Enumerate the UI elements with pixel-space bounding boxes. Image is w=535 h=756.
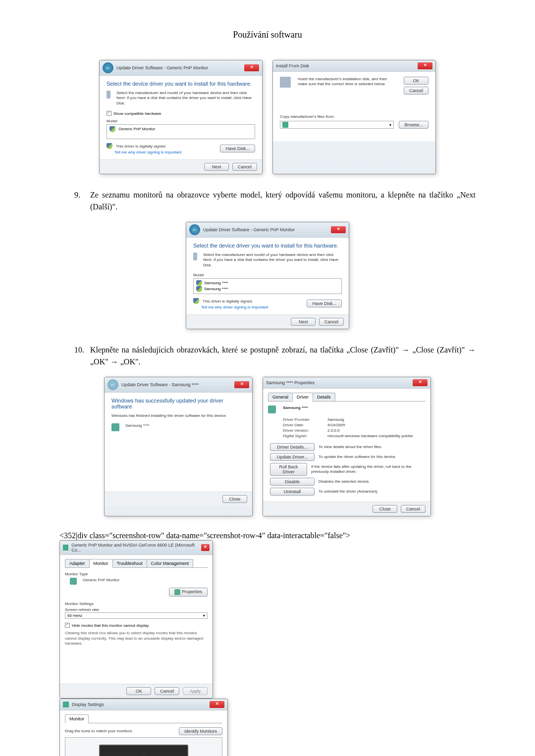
uninstall-button[interactable]: Uninstall — [270, 488, 315, 496]
dialog-titlebar: ← Update Driver Software - Generic PnP M… — [186, 222, 349, 238]
hide-modes-checkbox[interactable]: Hide modes that this monitor cannot disp… — [65, 623, 208, 628]
copy-from-label: Copy manufacturer's files from: — [280, 114, 428, 119]
close-icon[interactable]: ✕ — [331, 226, 346, 233]
model-list[interactable]: Generic PnP Monitor — [107, 124, 255, 139]
close-button[interactable]: Close — [373, 505, 397, 513]
back-arrow-icon[interactable]: ← — [189, 224, 200, 235]
ok-button[interactable]: OK — [404, 77, 428, 85]
close-button[interactable]: Close — [222, 495, 247, 503]
dialog-device-properties: Samsung **** Properties ✕ General Driver… — [263, 377, 431, 516]
close-icon[interactable]: ✕ — [210, 701, 224, 708]
close-icon[interactable]: ✕ — [413, 379, 428, 386]
step-9: 9. Ze seznamu monitorů na obrazovce vybe… — [74, 189, 476, 213]
model-item[interactable]: Samsung **** — [204, 281, 228, 285]
drag-text: Drag the icons to match your monitors. — [65, 729, 133, 734]
next-button[interactable]: Next — [204, 163, 229, 171]
dialog-titlebar: ← Update Driver Software - Generic PnP M… — [100, 60, 262, 76]
app-icon — [63, 702, 69, 707]
close-icon[interactable]: ✕ — [244, 64, 259, 71]
next-button[interactable]: Next — [291, 318, 316, 326]
date-label: Driver Date: — [283, 423, 327, 427]
dialog-update-driver-1: ← Update Driver Software - Generic PnP M… — [99, 60, 263, 174]
rollback-button[interactable]: Roll Back Driver — [270, 463, 307, 476]
dialog-heading: Select the device driver you want to ins… — [193, 243, 342, 249]
tab-adapter[interactable]: Adapter — [65, 559, 90, 567]
dialog-driver-success: ← Update Driver Software - Samsung **** … — [104, 377, 253, 516]
cancel-button[interactable]: Cancel — [404, 87, 428, 95]
model-list[interactable]: Samsung **** Samsung **** — [193, 278, 342, 294]
tab-bar: Monitor — [65, 714, 222, 723]
tab-general[interactable]: General — [268, 393, 293, 401]
dialog-title: Samsung **** Properties — [266, 380, 315, 385]
signed-text: This driver is digitally signed. — [116, 144, 166, 149]
screenshot-row-2: ← Update Driver Software - Generic PnP M… — [59, 222, 476, 329]
device-name: Samsung **** — [283, 405, 308, 413]
rollback-desc: If the device fails after updating the d… — [311, 464, 426, 475]
close-icon[interactable]: ✕ — [234, 381, 249, 388]
close-icon[interactable]: ✕ — [201, 544, 210, 551]
cancel-button[interactable]: Cancel — [232, 163, 257, 171]
dialog-title: Update Driver Software - Generic PnP Mon… — [203, 227, 295, 232]
dialog-update-driver-2: ← Update Driver Software - Generic PnP M… — [186, 222, 349, 329]
dialog-titlebar: Install From Disk ✕ — [273, 60, 435, 72]
cancel-button[interactable]: Cancel — [401, 505, 426, 513]
back-arrow-icon[interactable]: ← — [103, 62, 113, 73]
disable-button[interactable]: Disable — [270, 478, 315, 486]
step-num: 10. — [74, 344, 88, 368]
tab-driver[interactable]: Driver — [292, 393, 313, 402]
dialog-title: Update Driver Software - Samsung **** — [121, 382, 199, 387]
model-label: Model — [107, 119, 255, 124]
app-icon — [63, 545, 68, 551]
step-num: 9. — [74, 189, 88, 213]
close-icon[interactable]: ✕ — [418, 62, 432, 69]
shield-icon — [193, 298, 199, 304]
have-disk-button[interactable]: Have Disk... — [220, 145, 255, 152]
tab-troubleshoot[interactable]: Troubleshoot — [112, 559, 147, 567]
cancel-button[interactable]: Cancel — [319, 318, 344, 326]
dropdown-arrow-icon[interactable]: ▾ — [203, 613, 205, 618]
dialog-titlebar: Samsung **** Properties ✕ — [263, 377, 430, 389]
apply-button[interactable]: Apply — [183, 687, 208, 695]
have-disk-button[interactable]: Have Disk... — [307, 300, 342, 307]
signed-link[interactable]: Tell me why driver signing is important — [114, 150, 181, 154]
browse-button[interactable]: Browse... — [399, 121, 428, 129]
dialog-titlebar: ← Update Driver Software - Samsung **** … — [105, 377, 252, 393]
refresh-rate-select[interactable]: 60 Hertz ▾ — [65, 612, 208, 619]
provider-value: Samsung — [327, 417, 344, 422]
cancel-button[interactable]: Cancel — [155, 687, 179, 695]
properties-button[interactable]: Properties — [169, 588, 208, 597]
signed-link[interactable]: Tell me why driver signing is important — [201, 305, 268, 309]
monitor-type-label: Monitor Type — [65, 572, 208, 576]
dialog-title: Display Settings — [72, 702, 104, 707]
path-input[interactable]: ▾ — [280, 121, 394, 129]
compat-checkbox-row[interactable]: Show compatible hardware — [107, 111, 255, 116]
shield-icon — [107, 143, 112, 149]
tab-details[interactable]: Details — [313, 393, 335, 401]
tab-monitor[interactable]: Monitor — [89, 559, 113, 568]
monitor-icon — [111, 423, 119, 431]
dialog-install-from-disk: Install From Disk ✕ Insert the manufactu… — [272, 60, 436, 174]
install-disk-desc: Insert the manufacturer's installation d… — [298, 77, 398, 87]
checkbox-icon[interactable] — [107, 111, 111, 116]
update-driver-button[interactable]: Update Driver... — [270, 453, 315, 461]
disk-icon — [107, 91, 110, 99]
disk-icon — [193, 252, 197, 260]
shield-icon — [174, 589, 180, 595]
model-item[interactable]: Generic PnP Monitor — [118, 127, 155, 131]
dropdown-arrow-icon[interactable]: ▾ — [389, 123, 391, 127]
driver-details-button[interactable]: Driver Details... — [270, 443, 315, 451]
identify-monitors-button[interactable]: Identify Monitors — [179, 727, 222, 735]
tab-monitor[interactable]: Monitor — [65, 714, 89, 723]
shield-icon — [196, 286, 202, 292]
monitor-preview[interactable]: 1 — [99, 745, 188, 756]
monitor-settings-label: Monitor Settings — [65, 602, 208, 606]
folder-icon — [282, 122, 288, 128]
disk-icon — [280, 77, 291, 88]
model-item[interactable]: Samsung **** — [204, 287, 228, 291]
success-desc: Windows has finished installing the driv… — [111, 413, 245, 418]
ok-button[interactable]: OK — [126, 687, 151, 695]
checkbox-icon[interactable] — [65, 623, 70, 628]
dialog-display-settings: Display Settings ✕ Monitor Drag the icon… — [59, 699, 228, 756]
device-name: Samsung **** — [125, 423, 149, 431]
tab-color-mgmt[interactable]: Color Management — [147, 559, 194, 567]
